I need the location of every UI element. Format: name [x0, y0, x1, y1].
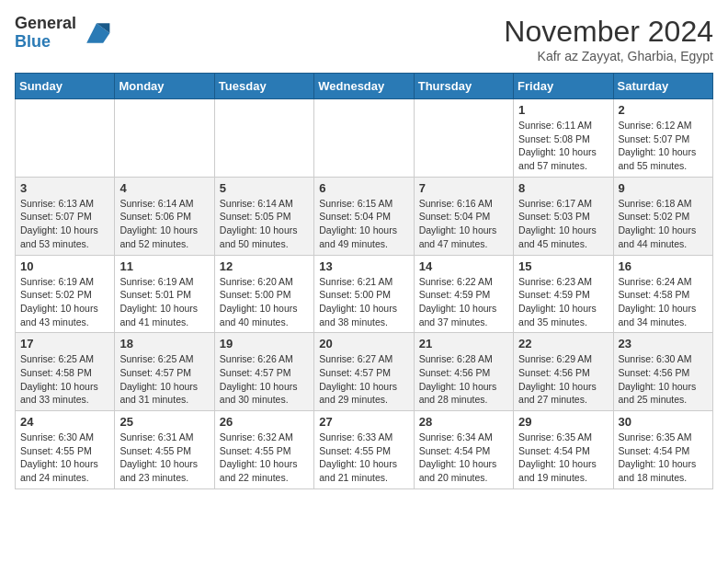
calendar-day: 14Sunrise: 6:22 AM Sunset: 4:59 PM Dayli… [414, 255, 513, 333]
day-info: Sunrise: 6:27 AM Sunset: 4:57 PM Dayligh… [319, 352, 408, 407]
day-info: Sunrise: 6:25 AM Sunset: 4:57 PM Dayligh… [119, 352, 209, 407]
calendar-day: 15Sunrise: 6:23 AM Sunset: 4:59 PM Dayli… [514, 255, 613, 333]
day-number: 24 [20, 415, 109, 429]
day-info: Sunrise: 6:21 AM Sunset: 5:00 PM Dayligh… [319, 275, 408, 329]
day-number: 12 [220, 259, 309, 273]
day-info: Sunrise: 6:32 AM Sunset: 4:55 PM Dayligh… [220, 431, 309, 485]
calendar-week: 24Sunrise: 6:30 AM Sunset: 4:55 PM Dayli… [16, 411, 713, 489]
calendar-day: 8Sunrise: 6:17 AM Sunset: 5:03 PM Daylig… [514, 177, 613, 255]
calendar-week: 17Sunrise: 6:25 AM Sunset: 4:58 PM Dayli… [16, 333, 713, 411]
day-info: Sunrise: 6:11 AM Sunset: 5:08 PM Dayligh… [518, 119, 608, 173]
day-number: 17 [20, 337, 109, 350]
day-number: 7 [419, 181, 508, 195]
day-number: 30 [619, 415, 708, 429]
calendar-day: 3Sunrise: 6:13 AM Sunset: 5:07 PM Daylig… [16, 177, 115, 255]
day-number: 9 [619, 181, 708, 195]
calendar-day: 11Sunrise: 6:19 AM Sunset: 5:01 PM Dayli… [115, 255, 214, 333]
day-info: Sunrise: 6:12 AM Sunset: 5:07 PM Dayligh… [619, 119, 708, 173]
day-info: Sunrise: 6:35 AM Sunset: 4:54 PM Dayligh… [619, 431, 708, 485]
day-number: 20 [319, 337, 408, 350]
day-info: Sunrise: 6:25 AM Sunset: 4:58 PM Dayligh… [20, 352, 109, 407]
calendar-day: 28Sunrise: 6:34 AM Sunset: 4:54 PM Dayli… [414, 411, 513, 489]
weekday-header: Saturday [613, 74, 712, 99]
day-info: Sunrise: 6:16 AM Sunset: 5:04 PM Dayligh… [419, 197, 508, 251]
calendar-day: 17Sunrise: 6:25 AM Sunset: 4:58 PM Dayli… [16, 333, 115, 411]
page-header: General Blue November 2024 Kafr az Zayya… [15, 15, 713, 63]
calendar-day: 29Sunrise: 6:35 AM Sunset: 4:54 PM Dayli… [514, 411, 613, 489]
day-number: 13 [319, 259, 408, 273]
day-info: Sunrise: 6:30 AM Sunset: 4:56 PM Dayligh… [619, 352, 708, 407]
day-info: Sunrise: 6:20 AM Sunset: 5:00 PM Dayligh… [220, 275, 309, 329]
calendar-day: 18Sunrise: 6:25 AM Sunset: 4:57 PM Dayli… [115, 333, 214, 411]
day-info: Sunrise: 6:22 AM Sunset: 4:59 PM Dayligh… [419, 275, 508, 329]
day-info: Sunrise: 6:34 AM Sunset: 4:54 PM Dayligh… [419, 431, 508, 485]
day-info: Sunrise: 6:17 AM Sunset: 5:03 PM Dayligh… [518, 197, 608, 251]
calendar-day: 5Sunrise: 6:14 AM Sunset: 5:05 PM Daylig… [214, 177, 313, 255]
calendar-day: 4Sunrise: 6:14 AM Sunset: 5:06 PM Daylig… [115, 177, 214, 255]
day-number: 19 [220, 337, 309, 350]
calendar-day: 20Sunrise: 6:27 AM Sunset: 4:57 PM Dayli… [314, 333, 414, 411]
calendar-day: 23Sunrise: 6:30 AM Sunset: 4:56 PM Dayli… [613, 333, 712, 411]
day-info: Sunrise: 6:29 AM Sunset: 4:56 PM Dayligh… [518, 352, 608, 407]
weekday-header: Wednesday [314, 74, 414, 99]
day-number: 16 [619, 259, 708, 273]
calendar-day [115, 99, 214, 178]
calendar-day: 12Sunrise: 6:20 AM Sunset: 5:00 PM Dayli… [214, 255, 313, 333]
weekday-header: Monday [115, 74, 214, 99]
day-number: 14 [419, 259, 508, 273]
calendar-day: 10Sunrise: 6:19 AM Sunset: 5:02 PM Dayli… [16, 255, 115, 333]
day-info: Sunrise: 6:23 AM Sunset: 4:59 PM Dayligh… [518, 275, 608, 329]
calendar-day: 2Sunrise: 6:12 AM Sunset: 5:07 PM Daylig… [613, 99, 712, 178]
day-number: 4 [119, 181, 209, 195]
calendar-week: 3Sunrise: 6:13 AM Sunset: 5:07 PM Daylig… [16, 177, 713, 255]
month-title: November 2024 [504, 15, 713, 49]
logo-icon [80, 17, 113, 50]
calendar-day: 27Sunrise: 6:33 AM Sunset: 4:55 PM Dayli… [314, 411, 414, 489]
day-number: 18 [119, 337, 209, 350]
title-area: November 2024 Kafr az Zayyat, Gharbia, E… [504, 15, 713, 63]
weekday-header: Thursday [414, 74, 513, 99]
day-info: Sunrise: 6:35 AM Sunset: 4:54 PM Dayligh… [518, 431, 608, 485]
day-info: Sunrise: 6:19 AM Sunset: 5:01 PM Dayligh… [119, 275, 209, 329]
weekday-header: Sunday [16, 74, 115, 99]
calendar-day: 26Sunrise: 6:32 AM Sunset: 4:55 PM Dayli… [214, 411, 313, 489]
day-number: 3 [20, 181, 109, 195]
calendar-day: 13Sunrise: 6:21 AM Sunset: 5:00 PM Dayli… [314, 255, 414, 333]
day-info: Sunrise: 6:13 AM Sunset: 5:07 PM Dayligh… [20, 197, 109, 251]
day-number: 28 [419, 415, 508, 429]
calendar-day: 24Sunrise: 6:30 AM Sunset: 4:55 PM Dayli… [16, 411, 115, 489]
logo-blue: Blue [15, 33, 76, 52]
day-number: 2 [619, 103, 708, 117]
day-number: 15 [518, 259, 608, 273]
calendar-day: 16Sunrise: 6:24 AM Sunset: 4:58 PM Dayli… [613, 255, 712, 333]
calendar-header: SundayMondayTuesdayWednesdayThursdayFrid… [16, 74, 713, 99]
day-info: Sunrise: 6:15 AM Sunset: 5:04 PM Dayligh… [319, 197, 408, 251]
day-info: Sunrise: 6:31 AM Sunset: 4:55 PM Dayligh… [119, 431, 209, 485]
day-number: 11 [119, 259, 209, 273]
day-info: Sunrise: 6:18 AM Sunset: 5:02 PM Dayligh… [619, 197, 708, 251]
calendar-day: 25Sunrise: 6:31 AM Sunset: 4:55 PM Dayli… [115, 411, 214, 489]
day-number: 23 [619, 337, 708, 350]
day-info: Sunrise: 6:14 AM Sunset: 5:06 PM Dayligh… [119, 197, 209, 251]
day-number: 21 [419, 337, 508, 350]
day-number: 10 [20, 259, 109, 273]
day-number: 8 [518, 181, 608, 195]
day-number: 6 [319, 181, 408, 195]
day-number: 27 [319, 415, 408, 429]
calendar-week: 10Sunrise: 6:19 AM Sunset: 5:02 PM Dayli… [16, 255, 713, 333]
day-number: 29 [518, 415, 608, 429]
calendar-day: 6Sunrise: 6:15 AM Sunset: 5:04 PM Daylig… [314, 177, 414, 255]
day-number: 25 [119, 415, 209, 429]
calendar-day: 19Sunrise: 6:26 AM Sunset: 4:57 PM Dayli… [214, 333, 313, 411]
calendar-day: 21Sunrise: 6:28 AM Sunset: 4:56 PM Dayli… [414, 333, 513, 411]
calendar-day [214, 99, 313, 178]
calendar-day: 7Sunrise: 6:16 AM Sunset: 5:04 PM Daylig… [414, 177, 513, 255]
day-info: Sunrise: 6:26 AM Sunset: 4:57 PM Dayligh… [220, 352, 309, 407]
calendar-day [16, 99, 115, 178]
calendar: SundayMondayTuesdayWednesdayThursdayFrid… [15, 73, 713, 489]
day-info: Sunrise: 6:33 AM Sunset: 4:55 PM Dayligh… [319, 431, 408, 485]
weekday-header: Friday [514, 74, 613, 99]
day-number: 22 [518, 337, 608, 350]
weekday-header: Tuesday [214, 74, 313, 99]
calendar-day: 1Sunrise: 6:11 AM Sunset: 5:08 PM Daylig… [514, 99, 613, 178]
